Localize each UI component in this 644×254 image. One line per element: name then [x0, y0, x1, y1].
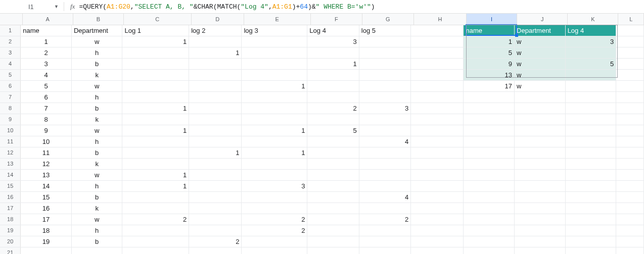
cell-G4[interactable] [359, 59, 411, 69]
column-header-A[interactable]: A [23, 14, 73, 25]
cell-I17[interactable] [464, 203, 515, 214]
cell-K9[interactable] [566, 114, 617, 125]
column-header-C[interactable]: C [124, 14, 192, 25]
cell-E15[interactable]: 3 [242, 181, 307, 191]
cell-G3[interactable] [359, 47, 411, 58]
cell-A19[interactable]: 18 [21, 225, 72, 236]
column-header-G[interactable]: G [362, 14, 414, 25]
cell-E21[interactable] [242, 247, 307, 254]
cell-K14[interactable] [566, 170, 617, 180]
cell-A3[interactable]: 2 [21, 47, 72, 58]
cell-G10[interactable] [359, 125, 411, 136]
cell-E16[interactable] [242, 192, 307, 202]
cell-B5[interactable]: k [72, 70, 123, 80]
cell-I12[interactable] [464, 147, 515, 158]
cell-K13[interactable] [566, 159, 617, 169]
cell-L3[interactable] [616, 47, 644, 58]
cell-E7[interactable] [242, 92, 307, 103]
cell-F6[interactable] [307, 81, 359, 91]
cell-A15[interactable]: 14 [21, 181, 72, 191]
cell-L16[interactable] [616, 192, 644, 202]
cell-J3[interactable]: w [515, 47, 566, 58]
cell-A16[interactable]: 15 [21, 192, 72, 202]
cell-D12[interactable]: 1 [189, 147, 242, 158]
cell-C2[interactable]: 1 [122, 36, 189, 47]
cell-B16[interactable]: b [72, 192, 123, 202]
cell-F4[interactable]: 1 [307, 59, 359, 69]
cell-A20[interactable]: 19 [21, 236, 72, 247]
cell-C7[interactable] [122, 92, 189, 103]
cell-A18[interactable]: 17 [21, 214, 72, 225]
cell-H9[interactable] [411, 114, 464, 125]
cell-C18[interactable]: 2 [122, 214, 189, 225]
cell-L1[interactable] [616, 25, 644, 36]
cell-J12[interactable] [515, 147, 566, 158]
cell-F9[interactable] [307, 114, 359, 125]
cell-L8[interactable] [616, 103, 644, 114]
select-all-corner[interactable] [0, 14, 23, 25]
cell-H13[interactable] [411, 159, 464, 169]
cell-I11[interactable] [464, 136, 515, 147]
cell-H7[interactable] [411, 92, 464, 103]
cell-E9[interactable] [242, 114, 307, 125]
cell-L11[interactable] [616, 136, 644, 147]
cell-B1[interactable]: Department [72, 25, 123, 36]
cell-G11[interactable]: 4 [359, 136, 411, 147]
cell-J5[interactable]: w [515, 70, 566, 80]
row-header[interactable]: 21 [0, 247, 21, 254]
column-header-I[interactable]: I [467, 14, 517, 25]
cell-G12[interactable] [359, 147, 411, 158]
cell-L17[interactable] [616, 203, 644, 214]
cell-J21[interactable] [515, 247, 566, 254]
cell-H21[interactable] [411, 247, 464, 254]
cell-F2[interactable]: 3 [307, 36, 359, 47]
row-header[interactable]: 6 [0, 81, 21, 91]
cell-H19[interactable] [411, 225, 464, 236]
cell-E10[interactable]: 1 [242, 125, 307, 136]
cell-J17[interactable] [515, 203, 566, 214]
row-header[interactable]: 11 [0, 136, 21, 147]
cell-K15[interactable] [566, 181, 617, 191]
cell-A2[interactable]: 1 [21, 36, 72, 47]
cell-H6[interactable] [411, 81, 464, 91]
cell-K10[interactable] [566, 125, 617, 136]
cell-K17[interactable] [566, 203, 617, 214]
cell-A10[interactable]: 9 [21, 125, 72, 136]
row-header[interactable]: 4 [0, 59, 21, 69]
cell-C15[interactable]: 1 [122, 181, 189, 191]
cell-J7[interactable] [515, 92, 566, 103]
cell-I5[interactable]: 13 [464, 70, 515, 80]
cell-I14[interactable] [464, 170, 515, 180]
cell-D5[interactable] [189, 70, 242, 80]
cell-C8[interactable]: 1 [122, 103, 189, 114]
cell-D11[interactable] [189, 136, 242, 147]
cell-C11[interactable] [122, 136, 189, 147]
cell-G6[interactable] [359, 81, 411, 91]
cell-B11[interactable]: h [72, 136, 123, 147]
cell-H17[interactable] [411, 203, 464, 214]
cell-B3[interactable]: h [72, 47, 123, 58]
cell-H1[interactable] [411, 25, 464, 36]
cell-D1[interactable]: log 2 [189, 25, 242, 36]
row-header[interactable]: 1 [0, 25, 21, 36]
cell-A11[interactable]: 10 [21, 136, 72, 147]
row-header[interactable]: 19 [0, 225, 21, 236]
row-header[interactable]: 17 [0, 203, 21, 214]
formula-input[interactable]: =QUERY(A1:G20,"SELECT A, B, "&CHAR(MATCH… [79, 3, 644, 11]
cell-B14[interactable]: w [72, 170, 123, 180]
cell-I2[interactable]: 1 [464, 36, 515, 47]
cell-E17[interactable] [242, 203, 307, 214]
cell-J13[interactable] [515, 159, 566, 169]
cell-I20[interactable] [464, 236, 515, 247]
cell-B17[interactable]: k [72, 203, 123, 214]
cell-L6[interactable] [616, 81, 644, 91]
cell-B10[interactable]: w [72, 125, 123, 136]
cell-L4[interactable] [616, 59, 644, 69]
cell-B2[interactable]: w [72, 36, 123, 47]
cell-G20[interactable] [359, 236, 411, 247]
row-header[interactable]: 10 [0, 125, 21, 136]
cell-K7[interactable] [566, 92, 617, 103]
cell-G2[interactable] [359, 36, 411, 47]
cell-B6[interactable]: w [72, 81, 123, 91]
cell-G18[interactable]: 2 [359, 214, 411, 225]
